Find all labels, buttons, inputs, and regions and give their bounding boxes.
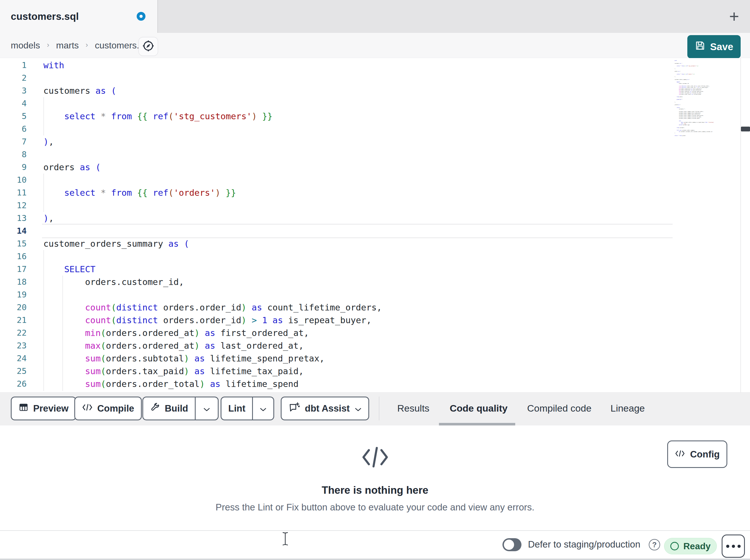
line-number: 23: [0, 339, 27, 352]
editor-right-border: [741, 58, 741, 392]
breadcrumb-item-models[interactable]: models: [11, 40, 40, 51]
preview-button-label: Preview: [33, 403, 68, 414]
window-bottom-edge: [0, 559, 750, 560]
line-number: 26: [0, 378, 27, 390]
file-tab-customers-sql[interactable]: customers.sql: [0, 0, 158, 33]
tab-bar: customers.sql +: [0, 0, 750, 33]
code-line[interactable]: 9orders as (: [0, 161, 741, 174]
chevron-right-icon: ›: [47, 41, 50, 49]
code-line[interactable]: 19: [0, 288, 741, 301]
empty-state-title: There is nothing here: [321, 484, 428, 496]
tab-results[interactable]: Results: [397, 393, 429, 424]
empty-state-description: Press the Lint or Fix button above to ev…: [216, 502, 534, 513]
code-editor[interactable]: 1with23customers as (45 select * from {{…: [0, 58, 750, 392]
defer-label: Defer to staging/production: [528, 531, 640, 558]
indent-guide: [43, 174, 44, 212]
dbt-ide-window: customers.sql + models › marts › custome…: [0, 0, 750, 560]
config-button[interactable]: Config: [667, 440, 727, 468]
code-line[interactable]: 20 count(distinct orders.order_id) as co…: [0, 301, 741, 314]
code-line[interactable]: 8: [0, 148, 741, 161]
code-line[interactable]: 2: [0, 72, 741, 84]
lineage-navigator-button[interactable]: [138, 37, 158, 56]
lint-split-button[interactable]: Lint: [221, 397, 274, 420]
code-line[interactable]: 21 count(distinct orders.order_id) > 1 a…: [0, 314, 741, 327]
tab-compiled-code[interactable]: Compiled code: [527, 393, 592, 424]
line-number: 10: [0, 174, 27, 186]
lint-button-main[interactable]: Lint: [221, 397, 252, 419]
line-number: 24: [0, 352, 27, 365]
line-number: 14: [0, 225, 27, 237]
code-line[interactable]: 11 select * from {{ ref('orders') }}: [0, 186, 741, 199]
code-line[interactable]: 13),: [0, 212, 741, 225]
code-line[interactable]: 1with: [0, 59, 741, 72]
code-line[interactable]: 24 sum(orders.subtotal) as lifetime_spen…: [0, 352, 741, 365]
line-number: 18: [0, 276, 27, 288]
help-question-icon[interactable]: ?: [649, 539, 660, 551]
indent-guide: [43, 97, 44, 136]
preview-button[interactable]: Preview: [11, 397, 76, 420]
compile-button-label: Compile: [97, 403, 134, 414]
wrench-icon: [150, 402, 160, 415]
lint-dropdown-button[interactable]: [253, 397, 273, 419]
config-button-label: Config: [690, 449, 720, 460]
code-line[interactable]: 18 orders.customer_id,: [0, 276, 741, 288]
save-button-label: Save: [710, 41, 733, 53]
code-line[interactable]: 17 SELECT: [0, 263, 741, 276]
build-dropdown-button[interactable]: [196, 397, 218, 419]
line-number: 21: [0, 314, 27, 327]
build-button-main[interactable]: Build: [143, 397, 195, 419]
line-number: 6: [0, 123, 27, 136]
save-button[interactable]: Save: [687, 35, 741, 58]
chat-sparkle-icon: [289, 402, 300, 415]
code-line[interactable]: 6: [0, 123, 741, 136]
new-tab-button[interactable]: +: [723, 6, 745, 26]
code-line[interactable]: 3customers as (: [0, 84, 741, 97]
dbt-assist-button[interactable]: dbt Assist: [281, 397, 369, 420]
line-number: 25: [0, 365, 27, 378]
toolbar-divider: [379, 397, 379, 420]
chevron-down-icon: [260, 403, 267, 414]
editor-scrollbar-thumb[interactable]: [741, 127, 750, 131]
code-line[interactable]: 10: [0, 174, 741, 186]
indent-guide: [62, 276, 63, 391]
tab-code-quality[interactable]: Code quality: [450, 393, 508, 424]
code-line[interactable]: 5 select * from {{ ref('stg_customers') …: [0, 110, 741, 123]
compile-button[interactable]: Compile: [74, 397, 142, 420]
code-line[interactable]: 12: [0, 199, 741, 212]
tab-lineage[interactable]: Lineage: [611, 393, 645, 424]
code-quality-panel: There is nothing here Press the Lint or …: [0, 426, 750, 530]
ready-status-badge[interactable]: Ready: [664, 538, 717, 554]
code-line[interactable]: 16: [0, 250, 741, 263]
compass-icon: [142, 40, 155, 53]
breadcrumb-item-marts[interactable]: marts: [56, 40, 79, 51]
code-line[interactable]: 7),: [0, 136, 741, 148]
line-number: 20: [0, 301, 27, 314]
line-number: 3: [0, 84, 27, 97]
line-number: 15: [0, 237, 27, 250]
code-line[interactable]: 23 max(orders.ordered_at) as last_ordere…: [0, 339, 741, 352]
ellipsis-icon: [726, 545, 729, 548]
line-number: 8: [0, 148, 27, 161]
code-line[interactable]: 14: [0, 225, 741, 237]
code-line[interactable]: 15customer_orders_summary as (: [0, 237, 741, 250]
code-line[interactable]: 25 sum(orders.tax_paid) as lifetime_tax_…: [0, 365, 741, 378]
line-number: 19: [0, 288, 27, 301]
build-split-button[interactable]: Build: [142, 397, 219, 420]
chevron-down-icon: [203, 403, 210, 414]
defer-toggle[interactable]: [502, 538, 521, 551]
status-bar: Defer to staging/production ? Ready: [0, 530, 750, 559]
line-number: 22: [0, 327, 27, 339]
code-line[interactable]: 22 min(orders.ordered_at) as first_order…: [0, 327, 741, 339]
overflow-menu-button[interactable]: [722, 535, 745, 558]
chevron-right-icon: ›: [86, 41, 88, 49]
line-number: 7: [0, 136, 27, 148]
breadcrumb-bar: models › marts › customers.sql: [0, 33, 750, 58]
code-line[interactable]: 26 sum(orders.order_total) as lifetime_s…: [0, 378, 741, 390]
editor-minimap[interactable]: with customers as ( select * from {{ ref…: [675, 60, 722, 136]
code-line[interactable]: 4: [0, 97, 741, 110]
empty-state: There is nothing here Press the Lint or …: [0, 426, 750, 530]
line-number: 13: [0, 212, 27, 225]
line-number: 17: [0, 263, 27, 276]
indent-guide: [43, 250, 44, 391]
line-number: 2: [0, 72, 27, 84]
